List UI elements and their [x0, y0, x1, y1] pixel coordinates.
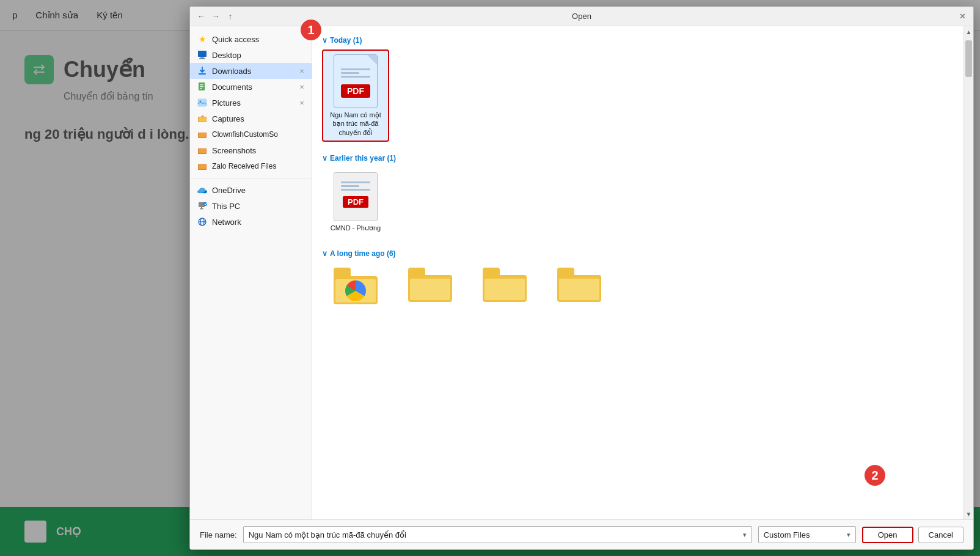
folder-inner-4: [559, 279, 599, 300]
sidebar-label-zalo: Zalo Received Files: [212, 162, 276, 170]
svg-rect-3: [199, 73, 206, 75]
sidebar-label-screenshots: Screenshots: [212, 146, 256, 155]
file-item-chrome[interactable]: [322, 263, 389, 312]
scroll-down-arrow[interactable]: ▼: [965, 508, 973, 519]
sidebar-divider: [190, 178, 312, 178]
sidebar-item-quick-access[interactable]: ★ Quick access: [190, 31, 312, 47]
network-icon: [197, 217, 207, 227]
file-item-today-1[interactable]: PDF Ngu Nam có một bạn trúc mã-đã chuyến…: [322, 49, 389, 142]
dialog-close-button[interactable]: ✕: [956, 10, 968, 23]
annotation-1-circle: 1: [301, 20, 321, 40]
filename-dropdown-arrow[interactable]: ▾: [743, 531, 747, 539]
thispc-icon: [197, 201, 207, 211]
sidebar-label-quick-access: Quick access: [212, 35, 259, 44]
chrome-folder-icon: [334, 268, 378, 304]
folder-tab-3: [483, 268, 500, 276]
svg-rect-1: [200, 57, 204, 58]
open-button[interactable]: Open: [862, 527, 913, 543]
footer-actions: Open Cancel: [862, 527, 964, 543]
file-item-folder-3[interactable]: [471, 263, 538, 312]
docs-pin-icon: ✕: [299, 84, 304, 90]
sidebar-item-pictures[interactable]: Pictures ✕: [190, 95, 312, 111]
dialog-footer: File name: Ngu Nam có một bạn trúc mã-đã…: [190, 519, 973, 549]
annotation-2-circle: 2: [865, 465, 885, 486]
folder-icon-4: [557, 268, 601, 302]
sidebar-label-clownfish: ClownfishCustomSo: [212, 130, 278, 139]
dialog-main-content: ∨ Today (1) PDF Ngu Nam có một bạn trúc …: [312, 26, 964, 519]
file-item-folder-2[interactable]: [397, 263, 464, 312]
sidebar-item-network[interactable]: Network: [190, 214, 312, 230]
sidebar-item-desktop[interactable]: Desktop: [190, 47, 312, 63]
pdf-line-1: [341, 68, 370, 70]
sidebar-item-clownfish[interactable]: ClownfishCustomSo: [190, 126, 312, 142]
sidebar-label-network: Network: [212, 218, 241, 227]
folder-inner-2: [410, 279, 450, 300]
captures-folder-icon: [197, 114, 207, 123]
sidebar-label-desktop: Desktop: [212, 51, 241, 60]
file-label-today-1: Ngu Nam có một bạn trúc mã-đã chuyến đổi: [327, 111, 384, 137]
star-icon: ★: [197, 34, 207, 44]
pics-pin-icon: ✕: [299, 100, 304, 106]
clownfish-folder-icon: [197, 130, 207, 139]
folder-tab-2: [408, 268, 425, 276]
sidebar-label-thispc: This PC: [212, 202, 240, 211]
sidebar-item-thispc[interactable]: This PC: [190, 198, 312, 214]
svg-rect-12: [199, 149, 206, 153]
filetype-dropdown-arrow[interactable]: ▾: [847, 531, 850, 539]
file-dialog: ← → ↑ Open ✕ ★ Quick access Desktop Do: [189, 6, 974, 550]
sidebar-item-downloads[interactable]: Downloads ✕: [190, 63, 312, 79]
dialog-topbar-title: Open: [572, 12, 591, 21]
date-group-earlier-label: Earlier this year (1): [330, 154, 396, 163]
filename-value: Ngu Nam có một bạn trúc mã-đã chuyến đổi: [249, 530, 406, 540]
sidebar-item-captures[interactable]: Captures: [190, 111, 312, 126]
sidebar-label-pictures: Pictures: [212, 98, 241, 108]
pdf-icon-today-1: PDF: [334, 54, 378, 108]
earlier-files-grid: PDF CMND - Phương: [322, 165, 954, 244]
dialog-up-button[interactable]: ↑: [224, 10, 236, 23]
cancel-button[interactable]: Cancel: [918, 527, 964, 543]
dialog-back-button[interactable]: ←: [195, 10, 207, 23]
svg-rect-13: [199, 165, 206, 169]
dialog-forward-button[interactable]: →: [210, 10, 222, 23]
sidebar-item-documents[interactable]: Documents ✕: [190, 79, 312, 95]
date-group-earlier[interactable]: ∨ Earlier this year (1): [322, 149, 954, 165]
longago-files-grid: [322, 260, 954, 319]
date-group-today-label: Today (1): [330, 36, 362, 45]
sidebar-item-zalo[interactable]: Zalo Received Files: [190, 158, 312, 174]
pdf-line-6: [341, 189, 370, 191]
downloads-pin-icon: ✕: [299, 68, 304, 75]
filetype-dropdown[interactable]: Custom Files ▾: [758, 526, 856, 543]
sidebar-label-captures: Captures: [212, 114, 244, 123]
date-group-longago[interactable]: ∨ A long time ago (6): [322, 244, 954, 260]
scroll-thumb[interactable]: [965, 40, 972, 77]
annotation-2: 2: [865, 465, 885, 486]
pdf-line-5: [341, 185, 359, 187]
pdf-badge-today: PDF: [341, 84, 370, 98]
svg-rect-11: [199, 133, 206, 137]
filename-input[interactable]: Ngu Nam có một bạn trúc mã-đã chuyến đổi…: [243, 526, 752, 543]
sidebar-item-onedrive[interactable]: OneDrive: [190, 182, 312, 198]
screenshots-folder-icon: [197, 145, 207, 155]
scroll-thumb-area[interactable]: [964, 37, 973, 508]
scrollbar[interactable]: ▲ ▼: [964, 26, 973, 519]
chevron-down-icon: ∨: [322, 36, 327, 45]
scroll-up-arrow[interactable]: ▲: [965, 26, 973, 37]
pdf-badge-earlier: PDF: [343, 196, 368, 208]
documents-icon: [197, 82, 207, 92]
svg-rect-5: [200, 84, 203, 86]
pdf-icon-earlier-1: PDF: [334, 172, 378, 221]
date-group-longago-label: A long time ago (6): [330, 249, 396, 258]
pdf-line-3: [341, 76, 370, 78]
pdf-line-2: [341, 72, 359, 74]
chevron-down-icon-2: ∨: [322, 154, 327, 163]
date-group-today[interactable]: ∨ Today (1): [322, 31, 954, 47]
file-item-folder-4[interactable]: [546, 263, 613, 312]
folder-tab-4: [557, 268, 574, 276]
dialog-sidebar: ★ Quick access Desktop Downloads ✕: [190, 26, 312, 519]
folder-icon-2: [408, 268, 452, 302]
pdf-line-4: [341, 181, 370, 183]
annotation-1: 1: [301, 20, 321, 40]
file-item-earlier-1[interactable]: PDF CMND - Phương: [322, 167, 389, 237]
sidebar-item-screenshots[interactable]: Screenshots: [190, 142, 312, 158]
sidebar-label-downloads: Downloads: [212, 67, 251, 76]
